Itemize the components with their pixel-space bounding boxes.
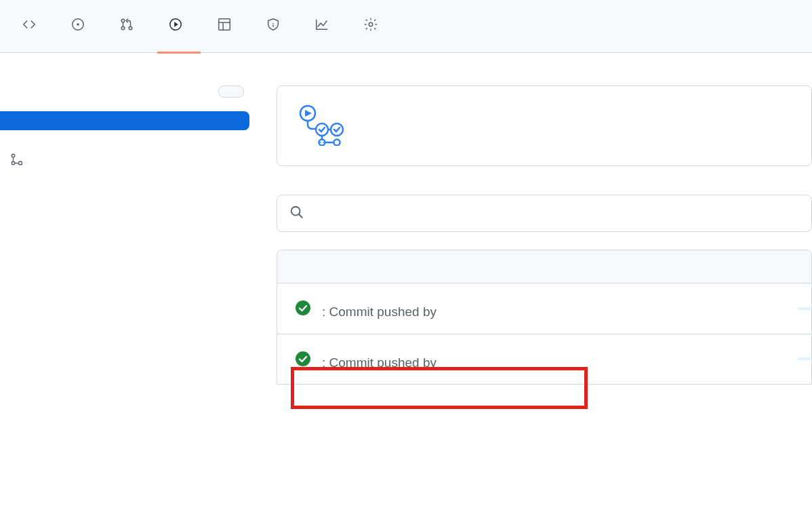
tab-actions[interactable] bbox=[157, 0, 201, 53]
tab-insights[interactable] bbox=[304, 0, 347, 53]
svg-point-23 bbox=[334, 140, 340, 146]
svg-point-22 bbox=[323, 142, 325, 143]
svg-point-14 bbox=[12, 161, 15, 165]
branch-badge[interactable] bbox=[798, 357, 811, 360]
shield-icon bbox=[266, 17, 281, 35]
svg-point-26 bbox=[291, 207, 300, 216]
sidebar-item-all-workflows[interactable] bbox=[0, 111, 249, 130]
success-icon bbox=[295, 351, 311, 372]
workflow-run-row[interactable]: : Commit pushed by bbox=[277, 334, 811, 385]
run-meta: : Commit pushed by bbox=[322, 353, 794, 372]
play-icon bbox=[168, 17, 183, 35]
svg-point-1 bbox=[77, 23, 79, 26]
svg-line-27 bbox=[299, 214, 303, 218]
workflow-icon bbox=[9, 152, 24, 170]
svg-point-10 bbox=[272, 23, 274, 24]
runs-header bbox=[277, 250, 811, 284]
tab-code[interactable] bbox=[11, 0, 54, 53]
filter-input[interactable] bbox=[314, 206, 799, 222]
pr-icon bbox=[119, 17, 134, 35]
svg-rect-15 bbox=[19, 161, 22, 165]
svg-point-2 bbox=[121, 19, 125, 22]
code-icon bbox=[22, 17, 37, 35]
tab-settings[interactable] bbox=[352, 0, 396, 53]
branch-badge[interactable] bbox=[798, 307, 811, 310]
svg-point-12 bbox=[369, 22, 373, 26]
success-icon bbox=[295, 300, 311, 322]
feedback-banner[interactable] bbox=[277, 85, 812, 166]
svg-marker-6 bbox=[174, 22, 178, 26]
tab-projects[interactable] bbox=[206, 0, 249, 53]
filter-runs[interactable] bbox=[277, 195, 812, 232]
svg-point-3 bbox=[121, 26, 125, 30]
svg-point-28 bbox=[296, 300, 310, 315]
run-meta: : Commit pushed by bbox=[322, 303, 794, 322]
svg-rect-7 bbox=[219, 19, 230, 31]
issue-icon bbox=[70, 17, 85, 35]
actions-logo-icon bbox=[298, 104, 350, 148]
svg-point-29 bbox=[296, 351, 310, 366]
runs-panel: : Commit pushed by : Commit pushed by bbox=[277, 250, 812, 385]
svg-marker-17 bbox=[305, 110, 312, 117]
workflows-sidebar bbox=[0, 85, 249, 385]
workflow-run-row[interactable]: : Commit pushed by bbox=[277, 284, 811, 334]
sidebar-item-workflow[interactable] bbox=[0, 142, 249, 180]
tab-pull-requests[interactable] bbox=[108, 0, 152, 53]
graph-icon bbox=[314, 17, 329, 35]
project-icon bbox=[217, 17, 232, 35]
content: : Commit pushed by : Commit pushed by bbox=[249, 85, 812, 385]
repo-nav bbox=[0, 0, 812, 53]
tab-security[interactable] bbox=[255, 0, 298, 53]
svg-point-4 bbox=[129, 26, 132, 30]
search-icon bbox=[289, 205, 304, 222]
svg-point-13 bbox=[12, 154, 15, 157]
tab-issues[interactable] bbox=[60, 0, 103, 53]
svg-point-21 bbox=[320, 142, 321, 143]
new-workflow-button[interactable] bbox=[218, 85, 244, 98]
gear-icon bbox=[363, 17, 378, 35]
